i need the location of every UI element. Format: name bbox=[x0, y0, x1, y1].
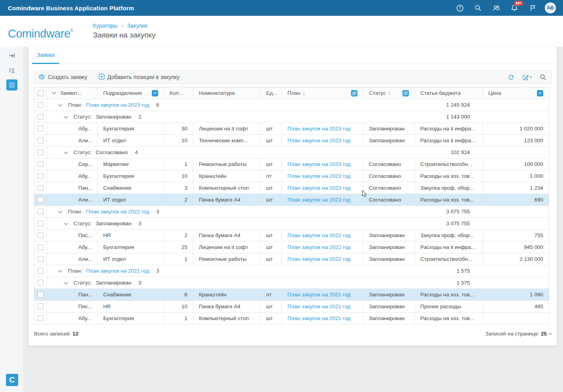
plan-link[interactable]: План закупок на 2023 год bbox=[287, 173, 351, 179]
comindware-badge-icon[interactable]: C bbox=[6, 374, 18, 386]
add-column-icon[interactable]: + bbox=[537, 90, 543, 96]
row-checkbox[interactable] bbox=[38, 220, 43, 226]
collapse-sidebar-icon[interactable] bbox=[6, 50, 17, 61]
help-icon[interactable]: ? bbox=[454, 2, 466, 14]
search-icon[interactable] bbox=[472, 2, 484, 14]
plan-link[interactable]: План закупок на 2023 год bbox=[287, 138, 351, 143]
plan-link[interactable]: План закупок на 2022 год bbox=[86, 209, 149, 215]
status-group-row[interactable]: Статус: Запланирован 3 1 575 bbox=[34, 277, 549, 289]
add-positions-button[interactable]: Добавить позиции в закупку bbox=[98, 74, 179, 81]
per-page-value: 25 bbox=[541, 331, 547, 337]
row-checkbox[interactable] bbox=[38, 114, 43, 120]
plan-group-row[interactable]: План: План закупок на 2021 год 3 1 575 bbox=[34, 265, 549, 277]
table-row[interactable]: Сер... Маркетинг 1 Ремонтные работы шт П… bbox=[34, 158, 549, 170]
column-header-item[interactable]: Номенклатура bbox=[193, 87, 261, 99]
plan-link[interactable]: План закупок на 2022 год bbox=[287, 256, 351, 262]
table-row[interactable]: Абу... Бухгалтерия 10 Кранштейн лт План … bbox=[34, 170, 549, 182]
column-header-status[interactable]: Статус↑ bbox=[363, 87, 415, 99]
row-checkbox[interactable] bbox=[38, 232, 43, 238]
row-checkbox[interactable] bbox=[38, 256, 43, 262]
avatar[interactable]: AB bbox=[545, 2, 556, 13]
table-row[interactable]: Али... ИТ отдел 1 Ремонтные работы шт Пл… bbox=[34, 253, 549, 265]
row-checkbox[interactable] bbox=[38, 280, 43, 286]
column-header-qty[interactable]: Кол... bbox=[164, 87, 193, 99]
row-checkbox[interactable] bbox=[38, 173, 43, 179]
row-checkbox[interactable] bbox=[38, 138, 43, 143]
plan-group-row[interactable]: План: План закупок на 2022 год 3 3 075 7… bbox=[34, 206, 549, 218]
users-icon[interactable] bbox=[490, 2, 502, 14]
sort-asc-icon[interactable]: ↑ bbox=[388, 90, 391, 96]
breadcrumb-link-purchases[interactable]: Закупки bbox=[127, 23, 147, 29]
plan-link[interactable]: План закупок на 2021 год bbox=[287, 303, 351, 309]
chevron-down-icon[interactable] bbox=[64, 150, 68, 154]
edit-icon[interactable]: ▾ bbox=[521, 73, 533, 81]
status-group-row[interactable]: Статус: Согласовано 4 102 924 bbox=[34, 147, 549, 158]
sort-desc-icon[interactable]: ↓ bbox=[303, 90, 305, 96]
plan-link[interactable]: План закупок на 2021 год bbox=[287, 315, 351, 321]
row-checkbox[interactable] bbox=[38, 315, 43, 321]
plan-link[interactable]: План закупок на 2021 год bbox=[287, 292, 351, 298]
plan-link[interactable]: План закупок на 2023 год bbox=[86, 102, 149, 108]
plan-link[interactable]: План закупок на 2023 год bbox=[287, 161, 351, 167]
bell-icon[interactable]: 99+ bbox=[508, 2, 520, 14]
column-header-price[interactable]: Цена+ bbox=[483, 87, 549, 99]
refresh-icon[interactable] bbox=[507, 73, 515, 81]
plan-group-row[interactable]: План: План закупок на 2023 год 6 1 245 9… bbox=[34, 99, 549, 111]
cell-qty: 2 bbox=[164, 194, 193, 206]
table-row[interactable]: Пан... Снабжение 6 Кранштейн лт План зак… bbox=[34, 289, 549, 301]
column-header-budget[interactable]: Статья бюджета bbox=[415, 87, 483, 99]
chevron-down-icon[interactable] bbox=[64, 115, 68, 119]
row-checkbox[interactable] bbox=[38, 126, 43, 132]
group-by-status-icon[interactable] bbox=[402, 90, 409, 96]
cell-applicant: Пис... bbox=[47, 230, 98, 241]
menu-icon[interactable] bbox=[6, 79, 17, 90]
collapse-all-icon[interactable] bbox=[52, 90, 56, 94]
comindware-logo[interactable]: Comindware® bbox=[8, 24, 73, 40]
chevron-down-icon[interactable] bbox=[64, 221, 68, 225]
status-group-row[interactable]: Статус: Запланирован 3 3 075 755 bbox=[34, 218, 549, 230]
feedback-flag-icon[interactable] bbox=[527, 2, 538, 14]
plan-link[interactable]: План закупок на 2022 год bbox=[287, 232, 351, 238]
row-checkbox[interactable] bbox=[38, 197, 43, 203]
row-checkbox[interactable] bbox=[38, 209, 43, 215]
plan-link[interactable]: План закупок на 2023 год bbox=[287, 185, 351, 191]
plan-link[interactable]: План закупок на 2023 год bbox=[287, 126, 351, 132]
chevron-down-icon[interactable] bbox=[59, 269, 62, 273]
column-header-unit[interactable]: Ед... bbox=[261, 87, 282, 99]
row-checkbox[interactable] bbox=[38, 149, 43, 155]
per-page-select[interactable]: Записей на странице: 25 bbox=[485, 331, 552, 337]
table-row[interactable]: Али... ИТ отдел 10 Технические комп... ш… bbox=[34, 135, 549, 147]
row-checkbox[interactable] bbox=[38, 185, 43, 191]
chevron-down-icon[interactable] bbox=[59, 103, 62, 107]
table-row[interactable]: Абу... Бухгалтерия 30 Лицензии на it соф… bbox=[34, 123, 549, 135]
create-request-button[interactable]: Создать заявку bbox=[38, 74, 87, 81]
column-header-department[interactable]: Подразделение+ bbox=[98, 87, 164, 99]
row-checkbox[interactable] bbox=[38, 244, 43, 250]
plan-link[interactable]: План закупок на 2023 год bbox=[287, 197, 351, 203]
table-row[interactable]: Пан... Снабжение 3 Компьютерный стол шт … bbox=[34, 182, 549, 194]
row-checkbox[interactable] bbox=[38, 102, 43, 108]
chevron-down-icon[interactable] bbox=[64, 281, 68, 285]
select-all-checkbox[interactable] bbox=[38, 90, 43, 96]
row-checkbox[interactable] bbox=[38, 268, 43, 274]
table-search-icon[interactable] bbox=[539, 73, 547, 81]
table-row[interactable]: Абу... Бухгалтерия 25 Лицензии на it соф… bbox=[34, 241, 549, 253]
checklist-icon[interactable] bbox=[6, 65, 17, 76]
table-row[interactable]: Абу... Бухгалтерия 1 Компьютерный стол ш… bbox=[34, 313, 549, 324]
row-checkbox[interactable] bbox=[38, 303, 43, 309]
group-by-plan-icon[interactable] bbox=[351, 90, 357, 96]
breadcrumb-link-curators[interactable]: Кураторы bbox=[93, 23, 117, 29]
column-header-applicant[interactable]: Заявит... bbox=[47, 87, 98, 99]
plan-link[interactable]: План закупок на 2022 год bbox=[287, 244, 351, 250]
add-column-icon[interactable]: + bbox=[152, 90, 158, 96]
row-checkbox[interactable] bbox=[38, 161, 43, 167]
chevron-down-icon[interactable] bbox=[59, 209, 62, 213]
row-checkbox[interactable] bbox=[38, 292, 43, 298]
plan-link[interactable]: План закупок на 2021 год bbox=[86, 268, 149, 274]
column-header-plan[interactable]: План↓ bbox=[282, 87, 363, 99]
status-group-row[interactable]: Статус: Запланирован 2 1 143 000 bbox=[34, 111, 549, 123]
table-row[interactable]: Али... ИТ отдел 2 Пачка бумаги А4 шт Пла… bbox=[34, 194, 549, 206]
table-row[interactable]: Пис... HR 10 Пачка бумаги А4 шт План зак… bbox=[34, 301, 549, 313]
table-row[interactable]: Пис... HR 2 Пачка бумаги А4 шт План заку… bbox=[34, 230, 549, 241]
tab-requests[interactable]: Заявки bbox=[32, 47, 59, 64]
